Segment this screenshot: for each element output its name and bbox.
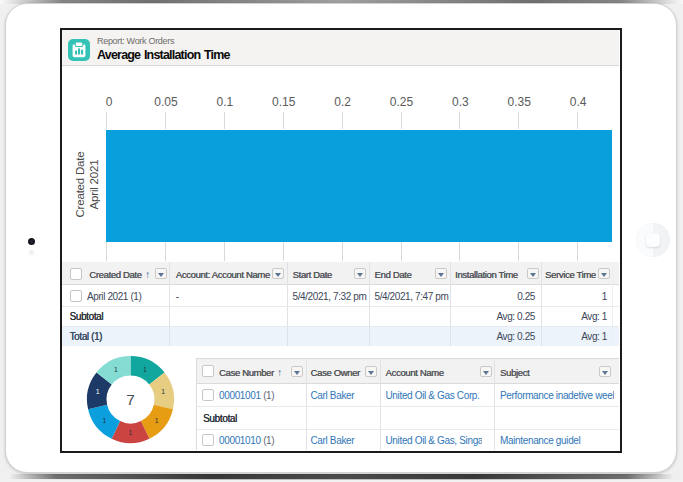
svg-text:1: 1 [96, 388, 100, 395]
svg-text:1: 1 [114, 366, 118, 373]
svg-text:1: 1 [155, 417, 159, 424]
svg-text:1: 1 [143, 366, 147, 373]
svg-text:1: 1 [161, 388, 165, 395]
svg-text:1: 1 [102, 417, 106, 424]
svg-text:7: 7 [126, 391, 135, 408]
svg-text:1: 1 [129, 429, 133, 436]
